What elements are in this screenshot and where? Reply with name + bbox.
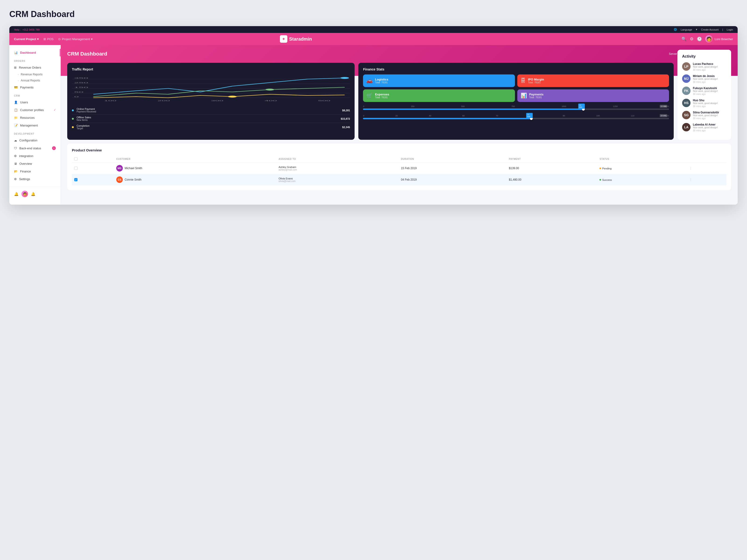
row1-duration-cell: 15 Feb 2019 — [399, 163, 507, 174]
topbar-divider: | — [722, 28, 723, 31]
sidebar-item-backend-status[interactable]: 🛡 Back-end status 1 — [9, 144, 60, 152]
search-icon[interactable]: 🔍 — [681, 36, 687, 42]
nav-project-management[interactable]: ⊙ Project Management ▾ — [58, 37, 93, 41]
page-title: CRM Dashboard — [9, 9, 738, 19]
logo-icon: ✦ — [280, 35, 287, 43]
finance-label: Finance — [20, 170, 31, 173]
header-checkbox[interactable] — [74, 157, 77, 161]
sidebar-item-finance[interactable]: 📂 Finance — [9, 167, 60, 175]
offline-sales-value: $15,872 — [341, 117, 350, 120]
row1-more-icon[interactable]: ⋮ — [689, 167, 692, 170]
sidebar-item-payments[interactable]: 💳 Payments — [9, 83, 60, 91]
row2-status-cell: Success — [597, 174, 687, 186]
sidebar-item-customer-profiles[interactable]: 📋 Customer profiles ✓ — [9, 106, 60, 114]
overview-label: Overview — [19, 162, 32, 165]
row2-customer-avatar: CS — [116, 177, 123, 183]
svg-text:350: 350 — [74, 77, 88, 79]
nav-pos[interactable]: ⊞ POS — [44, 37, 53, 41]
expenses-total: Total: 78181 — [375, 96, 389, 99]
activity-info-3: Fukuyo Kazutoshi Nice work, good design!… — [693, 86, 726, 96]
globe-icon: 🌐 — [674, 28, 677, 31]
resources-icon: 📁 — [14, 116, 18, 119]
row2-duration-cell: 04 Feb 2019 — [399, 174, 507, 186]
sidebar-item-integration[interactable]: ⚙ integration — [9, 152, 60, 160]
nav-user[interactable]: 🧑 Loni Bowcher — [705, 35, 733, 43]
content-area: CRM Dashboard Server Load: 50% — [61, 45, 738, 205]
activity-item-3: FK Fukuyo Kazutoshi Nice work, good desi… — [682, 86, 726, 96]
row1-assigned-cell: Ashley Graham ashley@mail.com — [276, 163, 398, 174]
sidebar-item-overview[interactable]: 🖥 Overview — [9, 160, 60, 167]
topbar-help: Help : +012 3456 789 — [14, 28, 40, 31]
revenue-orders-icon: ⊞ — [14, 66, 17, 69]
sidebar-item-revenue-orders[interactable]: ⊞ Revenue Orders — [9, 64, 60, 72]
activity-item-6: LA Labeeba Al Amer Nice work, good desig… — [682, 123, 726, 132]
row1-customer-avatar: MS — [116, 165, 123, 171]
settings-label: Settings — [19, 177, 30, 181]
payments-total: Total: 78181 — [529, 96, 543, 99]
finance-stats-card: Finance Stats 🚗 Logistics Total: 78181 🗄 — [358, 63, 674, 140]
product-overview: Product Overview CUSTOMER ASSIGNED TO DU… — [67, 143, 731, 190]
activity-item-2: MJ Miriam de Jesús Nice work, good desig… — [682, 75, 726, 83]
activity-msg-6: Nice work, good design! — [693, 126, 726, 129]
sidebar-item-revenue-reports[interactable]: Revenue Reports — [9, 72, 60, 77]
orders-section-label: ORDERS — [9, 56, 60, 64]
settings-icon[interactable]: ⚙ — [690, 36, 694, 42]
sidebar-item-resources[interactable]: 📁 Resources — [9, 114, 60, 122]
sliders-area: 0250500750100012501500 12 000 15 000 — [363, 105, 669, 119]
logistics-name: Logistics — [375, 78, 388, 81]
current-project-button[interactable]: Current Project ▾ — [14, 37, 39, 41]
sidebar-item-settings[interactable]: ⚙ Settings — [9, 175, 60, 183]
sidebar-item-configuration[interactable]: ☁ Configuration — [9, 136, 60, 144]
backend-status-label: Back-end status — [19, 146, 41, 150]
pos-label: POS — [47, 37, 53, 41]
activity-msg-4: Nice work, good design! — [693, 102, 726, 105]
finance-card-logistics: 🚗 Logistics Total: 78181 — [363, 75, 515, 87]
activity-item-1: LP Lucas Pacheco Nice work, good design!… — [682, 62, 726, 71]
slider-track-1[interactable]: 12 000 15 000 — [363, 108, 669, 110]
login-button[interactable]: Login — [727, 28, 733, 31]
row2-checkbox[interactable]: ✓ — [74, 178, 77, 181]
clock-icon[interactable]: 🕐 — [697, 36, 702, 42]
pending-status-dot — [599, 167, 601, 169]
crm-section-label: CRM — [9, 91, 60, 99]
table-row: MS Michael Smith Ashley Graham ashley@ma… — [72, 163, 726, 174]
row2-status-text: Success — [602, 179, 612, 181]
create-account-button[interactable]: Create Account — [701, 28, 719, 31]
product-table: CUSTOMER ASSIGNED TO DURATION PAYMENT ST… — [72, 155, 726, 186]
language-button[interactable]: Language — [681, 28, 692, 31]
offline-sales-label: Offline Sales — [77, 116, 91, 119]
row2-more-icon[interactable]: ⋮ — [689, 178, 692, 181]
row2-checkbox-cell: ✓ — [72, 174, 114, 186]
row1-checkbox[interactable] — [74, 167, 77, 170]
help-phone[interactable]: +012 3456 789 — [22, 28, 40, 31]
online-payment-sublabel: Payment Received — [77, 110, 96, 113]
svg-text:400: 400 — [264, 100, 277, 102]
topbar-right: 🌐 Language ▾ Create Account | Login — [674, 28, 733, 31]
row1-status-badge: Pending — [599, 167, 611, 170]
traffic-report-title: Traffic Report — [72, 68, 350, 71]
sidebar-item-management[interactable]: 📝 Management — [9, 122, 60, 129]
sidebar-item-users[interactable]: 👤 Users — [9, 99, 60, 106]
sidebar-item-dashboard[interactable]: 📊 Dashboard — [9, 49, 60, 56]
logo-name: Staradmin — [289, 36, 312, 42]
slider-row-2: 0204060708090100110120 12 000 15 000 — [363, 114, 669, 119]
activity-msg-2: Nice work, good design! — [693, 78, 726, 80]
nav-logo: ✦ Staradmin — [280, 35, 312, 43]
finance-card-ipo: 🗄 IPO Margin Total: 78181 — [517, 75, 669, 87]
svg-text:250: 250 — [74, 82, 88, 84]
completion-sublabel: Target — [77, 127, 89, 130]
backend-status-badge: 1 — [52, 146, 56, 150]
revenue-orders-label: Revenue Orders — [19, 66, 41, 69]
sidebar-avatar[interactable]: 🧑 — [22, 191, 28, 197]
activity-time-6: 30 mins ago — [693, 129, 726, 132]
svg-point-17 — [228, 96, 237, 98]
svg-text:50: 50 — [74, 91, 83, 93]
activity-msg-5: Nice work, good design! — [693, 114, 726, 117]
payments-name: Payments — [529, 92, 543, 96]
chevron-down-icon: ▾ — [91, 37, 93, 41]
sidebar-item-annual-reports[interactable]: Annual Reports — [9, 77, 60, 83]
sidebar-bell-icon[interactable]: 🔔 — [14, 192, 19, 196]
slider-track-2[interactable]: 12 000 15 000 — [363, 118, 669, 119]
activity-item-4: HS Huo Shu Nice work, good design! 30 mi… — [682, 99, 726, 108]
sidebar-notification-icon[interactable]: 🔔 — [31, 192, 35, 196]
